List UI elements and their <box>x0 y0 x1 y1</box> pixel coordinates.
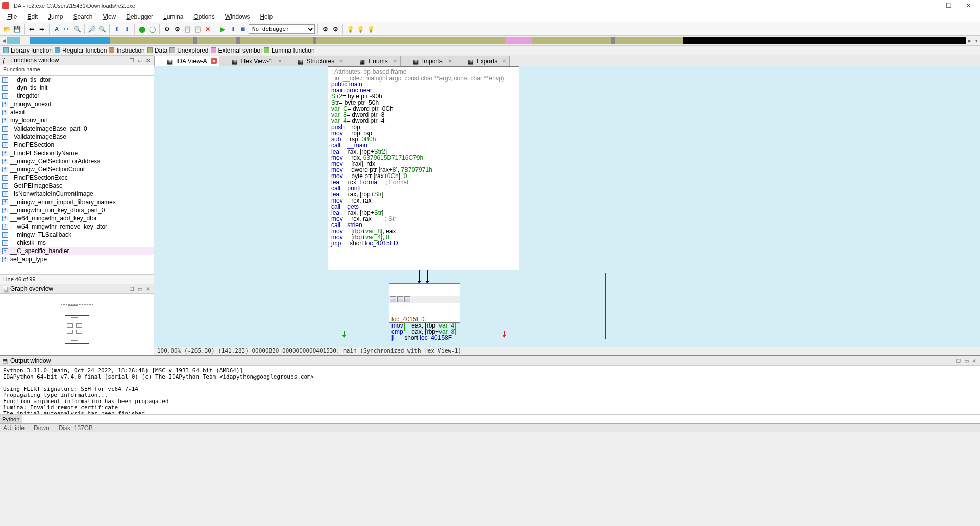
function-item[interactable]: f__w64_mingwthr_remove_key_dtor <box>0 222 154 231</box>
function-item[interactable]: f_ValidateImageBase <box>0 133 154 141</box>
panel-float-icon[interactable]: ❐ <box>954 357 962 364</box>
nav-segment[interactable] <box>197 37 236 44</box>
function-item[interactable]: f_FindPESectionByName <box>0 149 154 157</box>
nav-segment[interactable] <box>30 37 83 44</box>
panel-max-icon[interactable]: ▭ <box>136 57 143 64</box>
menu-edit[interactable]: Edit <box>22 12 43 21</box>
nav-segment[interactable] <box>240 37 313 44</box>
debugger-select[interactable]: No debugger <box>249 24 315 34</box>
lum1-icon[interactable]: 💡 <box>346 24 355 34</box>
function-item[interactable]: f__chkstk_ms <box>0 239 154 247</box>
lum2-icon[interactable]: 💡 <box>356 24 365 34</box>
function-item[interactable]: f__mingw_GetSectionCount <box>0 165 154 173</box>
nav-segment[interactable] <box>20 37 31 44</box>
graph-overview[interactable] <box>0 294 154 355</box>
function-item[interactable]: f__C_specific_handler <box>0 247 154 255</box>
panel-float-icon[interactable]: ❐ <box>128 285 135 292</box>
panel-close-icon[interactable]: ✕ <box>971 357 978 364</box>
function-item[interactable]: f_mingw_onexit <box>0 100 154 108</box>
graph-node-main[interactable]: ; Attributes: bp-based frame; int __cdec… <box>328 66 519 270</box>
tab-exports[interactable]: ▦Exports✕ <box>455 56 510 66</box>
functions-column-header[interactable]: Function name <box>0 65 154 76</box>
function-item[interactable]: f__mingw_TLScallback <box>0 231 154 239</box>
tab-close-icon[interactable]: ✕ <box>392 58 398 64</box>
function-item[interactable]: f__dyn_tls_dtor <box>0 76 154 84</box>
tab-close-icon[interactable]: ✕ <box>211 58 217 64</box>
tab-close-icon[interactable]: ✕ <box>501 58 507 64</box>
zoomout-icon[interactable]: 🔍 <box>97 24 107 34</box>
forward-icon[interactable]: ➡ <box>37 24 46 34</box>
nav-segment[interactable] <box>110 37 120 44</box>
function-item[interactable]: f_FindPESectionExec <box>0 173 154 182</box>
panel-max-icon[interactable]: ▭ <box>963 357 970 364</box>
nav-segment[interactable] <box>615 37 682 44</box>
menu-view[interactable]: View <box>97 12 121 21</box>
menu-options[interactable]: Options <box>188 12 219 21</box>
function-item[interactable]: f_FindPESection <box>0 141 154 149</box>
panel-max-icon[interactable]: ▭ <box>136 285 143 292</box>
function-item[interactable]: f__tlregdtor <box>0 92 154 100</box>
node-btn-icon[interactable] <box>390 296 396 302</box>
cfg1-icon[interactable]: ⚙ <box>321 24 330 34</box>
nav-left-icon[interactable]: ◀ <box>0 36 7 45</box>
dbg-stop-icon[interactable]: ⏹ <box>238 24 248 34</box>
function-item[interactable]: f_IsNonwritableInCurrentImage <box>0 190 154 198</box>
tool1-icon[interactable]: ⚙ <box>162 24 172 34</box>
nav-segment[interactable] <box>316 37 504 44</box>
minimize-button[interactable]: — <box>920 1 939 11</box>
tab-close-icon[interactable]: ✕ <box>277 58 283 64</box>
maximize-button[interactable]: ☐ <box>939 1 959 11</box>
text-icon[interactable]: A <box>52 24 61 34</box>
function-item[interactable]: f_ValidateImageBase_part_0 <box>0 124 154 133</box>
save-icon[interactable]: 💾 <box>12 24 21 34</box>
lum3-icon[interactable]: 💡 <box>366 24 375 34</box>
menu-file[interactable]: File <box>2 12 22 21</box>
nav-right-icon[interactable]: ▶ <box>966 36 973 45</box>
close-button[interactable]: ✕ <box>959 1 978 11</box>
panel-close-icon[interactable]: ✕ <box>144 57 152 64</box>
tab-close-icon[interactable]: ✕ <box>447 58 453 64</box>
stepback-icon[interactable]: ⬆ <box>112 24 121 34</box>
nav-segment[interactable] <box>683 37 966 44</box>
function-item[interactable]: f__mingwthr_run_key_dtors_part_0 <box>0 206 154 214</box>
python-input[interactable] <box>22 415 980 423</box>
binary-icon[interactable]: 101 <box>62 24 71 34</box>
function-item[interactable]: fset_app_type <box>0 255 154 263</box>
python-label[interactable]: Python <box>0 415 22 423</box>
nav-segment[interactable] <box>532 37 538 44</box>
tab-hex-view-1[interactable]: ▦Hex View-1✕ <box>219 56 285 66</box>
tool2-icon[interactable]: ⚙ <box>173 24 182 34</box>
nav-strip[interactable] <box>7 37 966 44</box>
play-icon[interactable]: ⬤ <box>137 24 146 34</box>
stepfwd-icon[interactable]: ⬇ <box>122 24 132 34</box>
dbg-run-icon[interactable]: ▶ <box>218 24 227 34</box>
node-btn-icon[interactable] <box>397 296 403 302</box>
function-item[interactable]: f_GetPEImageBase <box>0 182 154 190</box>
function-item[interactable]: fmy_lconv_init <box>0 116 154 124</box>
tab-structures[interactable]: ▦Structures✕ <box>285 56 348 66</box>
cancel-icon[interactable]: ✕ <box>203 24 212 34</box>
panel-float-icon[interactable]: ❐ <box>128 57 135 64</box>
functions-list[interactable]: f__dyn_tls_dtorf__dyn_tls_initf__tlregdt… <box>0 76 154 274</box>
nav-menu-icon[interactable]: ▾ <box>973 36 980 45</box>
tab-close-icon[interactable]: ✕ <box>338 58 345 64</box>
tab-enums[interactable]: ▦Enums✕ <box>347 56 400 66</box>
function-item[interactable]: f__w64_mingwthr_add_key_dtor <box>0 214 154 222</box>
function-item[interactable]: f__dyn_tls_init <box>0 84 154 92</box>
function-item[interactable]: f__mingw_enum_import_library_names <box>0 198 154 206</box>
dbg-pause-icon[interactable]: ⏸ <box>228 24 237 34</box>
menu-windows[interactable]: Windows <box>220 12 255 21</box>
open-icon[interactable]: 📂 <box>2 24 11 34</box>
menu-lumina[interactable]: Lumina <box>158 12 188 21</box>
function-item[interactable]: fatexit <box>0 108 154 116</box>
tab-ida-view-a[interactable]: ▦IDA View-A✕ <box>154 56 219 66</box>
back-icon[interactable]: ⬅ <box>27 24 36 34</box>
stop-icon[interactable]: ◯ <box>148 24 157 34</box>
menu-jump[interactable]: Jump <box>43 12 68 21</box>
tab-imports[interactable]: ▦Imports✕ <box>400 56 455 66</box>
panel-close-icon[interactable]: ✕ <box>144 285 152 292</box>
nav-segment[interactable] <box>538 37 612 44</box>
nav-segment[interactable] <box>120 37 194 44</box>
menu-help[interactable]: Help <box>255 12 278 21</box>
output-text[interactable]: Python 3.11.0 (main, Oct 24 2022, 18:26:… <box>0 366 980 414</box>
